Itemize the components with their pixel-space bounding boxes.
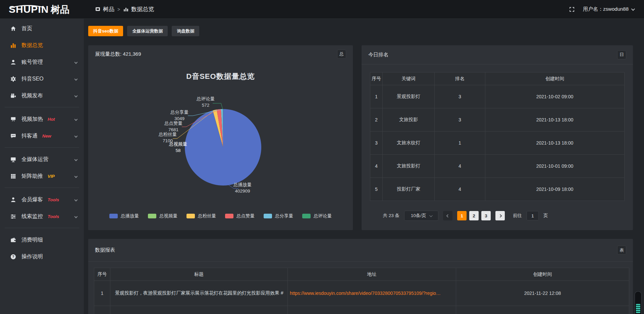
sidebar-item-badge: Tools — [48, 214, 59, 219]
report-table: 序号标题地址创建时间1景观投影灯，夜游景观投影灯厂家展示展示落花灯在花园里的灯光… — [94, 268, 629, 314]
pie-label-name: 总播放量 — [233, 181, 252, 188]
column-header-序号: 序号 — [370, 72, 383, 85]
table-row: 4文旅投影灯42021-10-01 09:00 — [370, 155, 625, 178]
table-row: 1景观投影灯，夜游景观投影灯厂家展示展示落花灯在花园里的灯光投影应用效果 #ht… — [94, 281, 629, 306]
table-cell: 2 — [370, 108, 383, 132]
table-cell: 4 — [435, 155, 485, 178]
site-icon — [95, 6, 101, 12]
sidebar-item-数据总览[interactable]: 数据总览 — [0, 37, 84, 54]
table-cell: 文旅投影 — [383, 108, 435, 132]
sidebar-item-badge: Hot — [48, 117, 55, 122]
sidebar-item-label: 抖音SEO — [21, 75, 44, 83]
ranking-badge-button[interactable]: 日 — [617, 50, 626, 59]
table-cell: 2021-10-02 09:00 — [485, 85, 625, 108]
svg-text:?: ? — [12, 255, 14, 259]
chevron-down-icon — [631, 7, 635, 10]
breadcrumb-item-home[interactable]: 树品 — [95, 5, 114, 13]
pie-label-name: 总评论量 — [197, 96, 215, 102]
fullscreen-icon[interactable] — [569, 6, 575, 12]
breadcrumb-item-current[interactable]: 数据总览 — [123, 5, 154, 13]
page-size-select[interactable]: 10条/页 — [404, 211, 438, 221]
report-badge-button[interactable]: 表 — [617, 246, 626, 255]
pie-label-name: 总分享量 — [170, 109, 189, 115]
page-button-3[interactable]: 3 — [481, 211, 491, 220]
pie-label-value: 3049 — [170, 115, 189, 122]
overview-badge-button[interactable]: 总 — [337, 50, 346, 59]
column-header-创建时间: 创建时间 — [485, 72, 625, 85]
sidebar-item-线索监控[interactable]: 线索监控Tools — [0, 208, 84, 225]
goto-page-input[interactable] — [527, 211, 539, 220]
sidebar-item-label: 视频发布 — [21, 92, 43, 99]
table-row: 3文旅水纹灯12021-10-13 18:00 — [370, 132, 625, 155]
overview-panel: 展现量总数: 421,369 总 D音SEO数据量总览 总播放量总视频量总粉丝量… — [88, 45, 353, 230]
sidebar-item-首页[interactable]: 首页 — [0, 20, 84, 37]
sidebar-divider — [0, 104, 84, 111]
table-cell: 文旅投影灯 — [383, 155, 435, 178]
ranking-table: 序号关键词排名创建时间1景观投影灯32021-10-02 09:002文旅投影3… — [370, 72, 624, 201]
table-cell: 2021-10-13 18:00 — [485, 132, 625, 155]
pagination: 共 23 条 10条/页 123 前往 页 — [362, 211, 601, 221]
tab-抖音seo数据[interactable]: 抖音seo数据 — [88, 26, 123, 36]
pagination-total: 共 23 条 — [383, 213, 399, 219]
chevron-down-icon — [74, 77, 78, 81]
table-cell — [110, 306, 288, 314]
chevron-down-icon — [74, 117, 78, 121]
chat-icon — [10, 133, 16, 139]
sidebar-item-视频发布[interactable]: 视频发布 — [0, 87, 84, 104]
next-page-button[interactable] — [495, 211, 505, 220]
user-menu[interactable]: 用户名：zswodun88 — [583, 6, 634, 12]
chevron-down-icon — [429, 214, 433, 217]
sidebar-item-label: 抖客通 — [21, 133, 38, 140]
sidebar-item-label: 全媒体运营 — [21, 156, 48, 163]
breadcrumb: 树品 > 数据总览 — [95, 5, 154, 13]
page-button-1[interactable]: 1 — [457, 211, 467, 220]
sidebar-item-label: 线索监控 — [21, 213, 43, 220]
screen-icon — [10, 116, 16, 122]
table-cell-url: https://www.iesdouyin.com/share/video/70… — [288, 281, 456, 306]
scrollbar[interactable] — [635, 291, 642, 314]
main-content: 抖音seo数据全媒体运营数据询盘数据 展现量总数: 421,369 总 D音SE… — [84, 19, 644, 314]
column-header-序号: 序号 — [94, 268, 110, 281]
prev-page-button[interactable] — [443, 211, 452, 220]
table-row: 1景观投影灯32021-10-02 09:00 — [370, 85, 625, 108]
sidebar-item-label: 数据总览 — [21, 42, 43, 49]
table-cell-time: 2021-11-22 12:08 — [456, 281, 629, 306]
sidebar-item-抖客通[interactable]: 抖客通New — [0, 127, 84, 144]
tabs-row: 抖音seo数据全媒体运营数据询盘数据 — [88, 26, 199, 36]
sidebar-item-操作说明[interactable]: ?操作说明 — [0, 248, 84, 265]
sidebar: 首页数据总览账号管理抖音SEO视频发布视频加热Hot抖客通New全媒体运营矩阵助… — [0, 19, 84, 314]
scrollbar-thumb[interactable] — [636, 304, 640, 313]
goto-label: 前往 — [513, 213, 522, 219]
sidebar-item-账号管理[interactable]: 账号管理 — [0, 54, 84, 70]
video-link[interactable]: https://www.iesdouyin.com/share/video/70… — [290, 291, 441, 296]
pie-label-总评论量: 总评论量572 — [197, 96, 215, 108]
ranking-panel-title: 今日排名 — [368, 52, 388, 58]
sidebar-item-抖音SEO[interactable]: 抖音SEO — [0, 70, 84, 87]
pie-label-总播放量: 总播放量402909 — [233, 181, 252, 194]
tab-全媒体运营数据[interactable]: 全媒体运营数据 — [127, 26, 168, 36]
table-row: 2文旅投影32021-10-13 18:00 — [370, 108, 625, 132]
sidebar-item-label: 账号管理 — [21, 59, 43, 66]
sidebar-item-视频加热[interactable]: 视频加热Hot — [0, 111, 84, 127]
tab-询盘数据[interactable]: 询盘数据 — [172, 26, 199, 36]
page-size-value: 10条/页 — [411, 213, 426, 219]
sidebar-item-矩阵助推[interactable]: 矩阵助推VIP — [0, 168, 84, 185]
breadcrumb-label: 数据总览 — [131, 5, 154, 13]
grid-icon — [10, 173, 16, 179]
sidebar-item-全媒体运营[interactable]: 全媒体运营 — [0, 151, 84, 168]
ranking-panel: 今日排名 日 序号关键词排名创建时间1景观投影灯32021-10-02 09:0… — [362, 45, 633, 230]
table-cell-title: 景观投影灯，夜游景观投影灯厂家展示展示落花灯在花园里的灯光投影应用效果 # — [110, 281, 288, 306]
column-header-排名: 排名 — [435, 72, 485, 85]
chevron-left-icon — [446, 214, 449, 217]
sidebar-item-消费明细[interactable]: 消费明细 — [0, 231, 84, 248]
table-cell-index: 1 — [94, 281, 110, 306]
chevron-down-icon — [74, 134, 78, 138]
overview-panel-title: 展现量总数: 421,369 — [95, 51, 141, 57]
sidebar-item-会员爆客[interactable]: 会员爆客Tools — [0, 191, 84, 208]
table-cell — [288, 306, 456, 314]
table-row — [94, 306, 629, 314]
chevron-down-icon — [74, 94, 78, 97]
table-cell: 3 — [435, 85, 485, 108]
page-button-2[interactable]: 2 — [469, 211, 479, 220]
goto-suffix: 页 — [543, 213, 548, 219]
